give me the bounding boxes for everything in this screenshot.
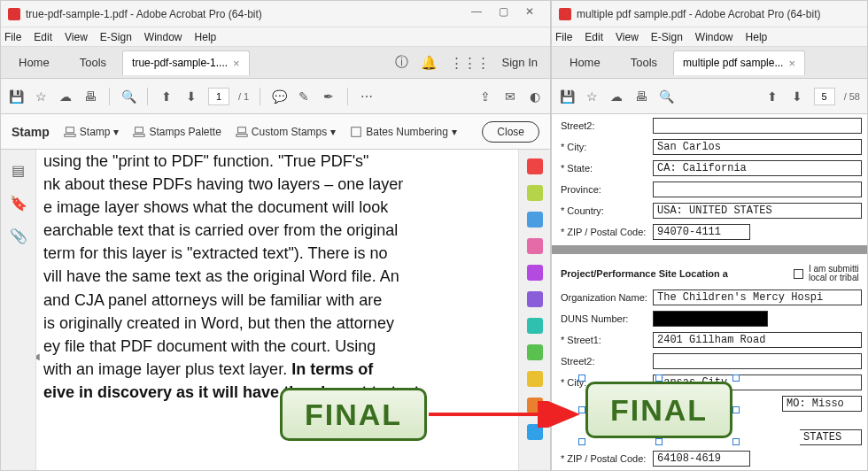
apps-icon[interactable]: ⋮⋮⋮ <box>450 55 490 71</box>
tool-edit-icon[interactable] <box>527 185 543 201</box>
stamps-palette-button[interactable]: Stamps Palette <box>133 126 221 138</box>
tool-redact-icon[interactable] <box>527 398 543 413</box>
titlebar: true-pdf-sample-1.pdf - Adobe Acrobat Pr… <box>1 1 550 27</box>
page-up-icon[interactable]: ⬆ <box>159 89 174 104</box>
highlight-icon[interactable]: ✎ <box>296 89 312 104</box>
state-field[interactable]: CA: California <box>653 160 862 176</box>
profile-icon[interactable]: ◐ <box>527 89 543 104</box>
final-stamp-source[interactable]: FINAL <box>280 388 427 441</box>
page-total: / 1 <box>238 91 249 102</box>
street1-field[interactable]: 2401 Gillham Road <box>653 332 862 348</box>
tool-create-icon[interactable] <box>527 158 543 174</box>
province-field[interactable] <box>653 181 862 197</box>
maximize-button[interactable]: ▢ <box>490 5 516 23</box>
mail-icon[interactable]: ✉ <box>502 89 518 104</box>
menu-window[interactable]: Window <box>144 31 182 43</box>
titlebar: multiple pdf sample.pdf - Adobe Acrobat … <box>552 1 867 27</box>
menu-file[interactable]: File <box>4 31 21 43</box>
page-down-icon[interactable]: ⬇ <box>183 89 199 104</box>
close-stamp-toolbar-button[interactable]: Close <box>482 121 539 143</box>
tool-export-icon[interactable] <box>527 212 543 228</box>
menu-edit[interactable]: Edit <box>34 31 52 43</box>
comment-icon[interactable]: 💬 <box>271 89 287 104</box>
city-field[interactable]: San Carlos <box>653 139 862 155</box>
document-tab[interactable]: multiple pdf sample... × <box>673 50 805 75</box>
state2-field[interactable]: MO: Misso <box>782 396 862 412</box>
bookmark-icon[interactable]: 🔖 <box>10 195 27 212</box>
tab-home[interactable]: Home <box>4 47 64 78</box>
tribal-checkbox[interactable] <box>794 269 803 279</box>
country-field[interactable]: USA: UNITED STATES <box>653 203 862 219</box>
country2-field[interactable]: STATES <box>800 429 862 445</box>
tabbar: Home Tools true-pdf-sample-1.... × ⓘ 🔔 ⋮… <box>1 47 550 79</box>
page-number-input[interactable] <box>208 88 229 105</box>
org-name-field[interactable]: The Children's Mercy Hospi <box>653 290 862 305</box>
custom-stamps-dropdown[interactable]: Custom Stamps▾ <box>236 126 336 138</box>
thumbnails-icon[interactable]: ▤ <box>12 162 25 179</box>
document-tab[interactable]: true-pdf-sample-1.... × <box>122 50 250 75</box>
menu-view[interactable]: View <box>616 31 639 43</box>
page-up-icon[interactable]: ⬆ <box>764 89 780 104</box>
svg-rect-4 <box>237 127 245 132</box>
print-icon[interactable]: 🖶 <box>82 89 98 104</box>
street2b-field[interactable] <box>653 353 862 369</box>
tool-organize-icon[interactable] <box>527 238 543 254</box>
help-icon[interactable]: ⓘ <box>395 54 408 71</box>
menu-window[interactable]: Window <box>695 31 733 43</box>
custom-stamps-label: Custom Stamps <box>252 126 327 138</box>
document-tab-label: true-pdf-sample-1.... <box>132 57 228 69</box>
menu-help[interactable]: Help <box>746 31 768 43</box>
menu-help[interactable]: Help <box>195 31 217 43</box>
stamp-toolbar-title: Stamp <box>12 125 50 139</box>
star-icon[interactable]: ☆ <box>33 89 49 104</box>
cloud-upload-icon[interactable]: ☁ <box>58 89 74 104</box>
page-number-input[interactable] <box>814 88 835 105</box>
tool-compress-icon[interactable] <box>527 371 543 387</box>
close-tab-icon[interactable]: × <box>788 57 795 70</box>
cloud-upload-icon[interactable]: ☁ <box>608 89 624 104</box>
menu-file[interactable]: File <box>555 31 572 43</box>
share-icon[interactable]: ⇪ <box>477 89 493 104</box>
tool-sign-icon[interactable] <box>527 291 543 307</box>
tab-tools[interactable]: Tools <box>616 47 671 78</box>
document-view[interactable]: using the "print to PDF" function. "True… <box>36 150 518 470</box>
zip2-field[interactable]: 64108-4619 <box>653 451 750 467</box>
menubar: File Edit View E-Sign Window Help <box>1 27 550 47</box>
star-icon[interactable]: ☆ <box>584 89 600 104</box>
zip-field[interactable]: 94070-4111 <box>653 224 750 240</box>
tool-scan-icon[interactable] <box>527 318 543 334</box>
bell-icon[interactable]: 🔔 <box>421 55 438 71</box>
tool-comment-icon[interactable] <box>527 265 543 281</box>
tab-tools[interactable]: Tools <box>66 47 120 78</box>
tool-protect-icon[interactable] <box>527 344 543 360</box>
sign-in-link[interactable]: Sign In <box>502 56 538 69</box>
close-tab-icon[interactable]: × <box>233 57 240 70</box>
more-icon[interactable]: ⋯ <box>359 89 375 104</box>
menu-view[interactable]: View <box>65 31 88 43</box>
city-label: * City: <box>561 142 653 152</box>
menu-edit[interactable]: Edit <box>585 31 603 43</box>
country-label: * Country: <box>561 205 653 216</box>
zoom-icon[interactable]: 🔍 <box>120 89 136 104</box>
svg-rect-5 <box>236 134 247 136</box>
stamp-selection-handles[interactable] <box>582 378 736 442</box>
page-down-icon[interactable]: ⬇ <box>789 89 805 104</box>
sign-icon[interactable]: ✒ <box>321 89 337 104</box>
bates-numbering-dropdown[interactable]: Bates Numbering▾ <box>350 126 457 138</box>
print-icon[interactable]: 🖶 <box>633 89 649 104</box>
zoom-icon[interactable]: 🔍 <box>658 89 674 104</box>
menu-esign[interactable]: E-Sign <box>651 31 683 43</box>
save-icon[interactable]: 💾 <box>559 89 575 104</box>
close-window-button[interactable]: ✕ <box>516 5 543 23</box>
tab-home[interactable]: Home <box>555 47 615 78</box>
save-icon[interactable]: 💾 <box>8 89 24 104</box>
stamp-dropdown[interactable]: Stamp▾ <box>64 126 120 138</box>
menu-esign[interactable]: E-Sign <box>100 31 132 43</box>
duns-field[interactable] <box>653 311 768 327</box>
minimize-button[interactable]: — <box>463 5 490 23</box>
collapse-rail-icon[interactable]: ◀ <box>36 351 40 361</box>
street2-field[interactable] <box>653 118 862 134</box>
tool-prepare-icon[interactable] <box>527 424 543 440</box>
attachment-icon[interactable]: 📎 <box>10 228 27 244</box>
toolbar: 💾 ☆ ☁ 🖶 🔍 ⬆ ⬇ / 1 💬 ✎ ✒ ⋯ ⇪ ✉ ◐ <box>1 79 550 114</box>
